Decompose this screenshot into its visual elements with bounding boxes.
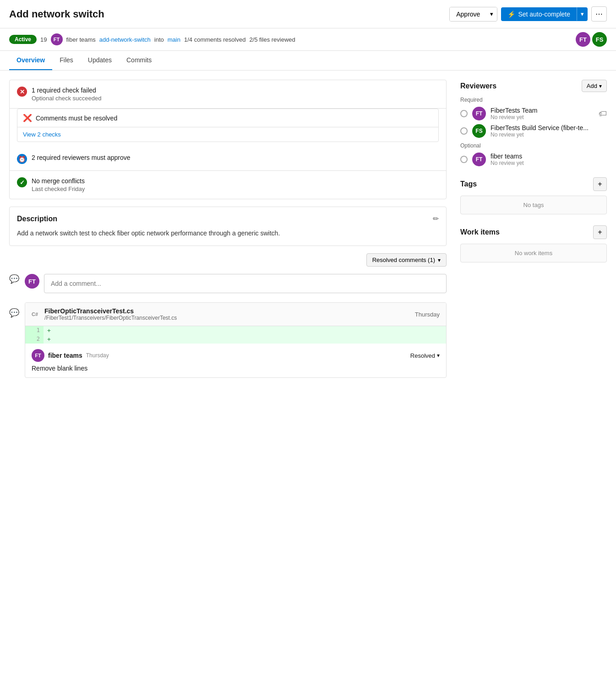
no-work-items-text: No work items <box>460 244 607 262</box>
no-tags-text: No tags <box>460 196 607 214</box>
line-num-2: 2 <box>25 335 44 344</box>
file-date-text: Thursday <box>415 311 440 318</box>
sub-checks-container: ❌ Comments must be resolved View 2 check… <box>17 109 439 142</box>
branch-into-label: into <box>154 36 164 43</box>
reviewer-info-1: FiberTests Team No review yet <box>491 107 594 120</box>
reviewer-avatar-2: FS <box>472 124 486 138</box>
lightning-icon: ⚡ <box>507 11 515 18</box>
commit-count: 19 <box>40 36 47 43</box>
filename-text: FiberOpticTransceiverTest.cs <box>44 307 177 315</box>
tab-files[interactable]: Files <box>52 51 81 70</box>
description-title: Description <box>17 215 57 223</box>
reviewer-name-1: FiberTests Team <box>491 107 594 114</box>
main-check-text: 1 required check failed Optional check s… <box>32 87 439 102</box>
comments-resolved-text: 1/4 comments resolved <box>184 36 245 43</box>
resolved-comments-button[interactable]: Resolved comments (1) ▾ <box>366 253 447 267</box>
tab-overview[interactable]: Overview <box>9 51 52 70</box>
comment-input-area: FT <box>25 274 447 293</box>
reviewer-check-row: ⏰ 2 required reviewers must approve <box>10 147 446 171</box>
approve-button[interactable]: Approve <box>450 7 486 21</box>
edit-description-icon[interactable]: ✏ <box>433 214 439 223</box>
tags-title: Tags <box>460 180 477 188</box>
file-comment-thread-icon: 💬 <box>9 308 19 318</box>
more-options-button[interactable]: ⋯ <box>591 6 607 22</box>
auto-complete-dropdown-button[interactable]: ▾ <box>577 7 588 21</box>
add-reviewer-button[interactable]: Add ▾ <box>582 80 607 92</box>
optional-label: Optional <box>460 142 607 149</box>
tags-section: Tags + No tags <box>460 177 607 214</box>
add-tag-button[interactable]: + <box>593 177 607 191</box>
right-column: Reviewers Add ▾ Required FT FiberTests T… <box>460 80 607 385</box>
reviewer-avatar-1: FT <box>472 107 486 120</box>
reviewer-avatar-3: FT <box>472 153 486 166</box>
work-items-title: Work items <box>460 228 500 236</box>
reviewer-radio-2 <box>460 127 468 135</box>
reviewer-badge-icon-1: 🏷 <box>599 109 607 119</box>
check-fail-icon: ✕ <box>17 87 27 97</box>
add-reviewer-chevron-icon: ▾ <box>599 83 602 89</box>
tab-commits[interactable]: Commits <box>119 51 159 70</box>
header-bar: Add network switch Approve ▾ ⚡ Set auto-… <box>0 0 616 28</box>
reviewer-avatar-fs: FS <box>592 32 607 47</box>
reviewer-radio-3 <box>460 156 468 163</box>
checks-card: ✕ 1 required check failed Optional check… <box>9 80 447 199</box>
page-title: Add network switch <box>9 8 104 20</box>
reviewer-radio-1 <box>460 110 468 117</box>
files-reviewed-text: 2/5 files reviewed <box>249 36 295 43</box>
comment-input[interactable] <box>44 274 447 293</box>
auto-complete-button-group: ⚡ Set auto-complete ▾ <box>501 7 588 21</box>
file-comment-header: C# FiberOpticTransceiverTest.cs /FiberTe… <box>25 303 446 326</box>
line-content-1: + <box>44 326 446 335</box>
subtitle-bar: Active 19 FT fiber teams add-network-swi… <box>0 28 616 51</box>
view-checks-link[interactable]: View 2 checks <box>17 127 438 142</box>
header-actions: Approve ▾ ⚡ Set auto-complete ▾ ⋯ <box>449 6 607 22</box>
required-label: Required <box>460 97 607 103</box>
sub-check-item: ❌ Comments must be resolved <box>17 109 438 127</box>
merge-check-title: No merge conflicts <box>32 177 439 185</box>
reviewer-row-fibertests-build: FS FiberTests Build Service (fiber-te...… <box>460 124 607 138</box>
line-num-1: 1 <box>25 326 44 335</box>
approve-button-group: Approve ▾ <box>449 7 497 22</box>
reviewer-info-2: FiberTests Build Service (fiber-te... No… <box>491 124 607 138</box>
tab-updates[interactable]: Updates <box>81 51 119 70</box>
check-success-icon: ✓ <box>17 177 27 187</box>
tags-header: Tags + <box>460 177 607 191</box>
filepath-text: /FiberTest1/Transceivers/FiberOpticTrans… <box>44 315 177 321</box>
sub-check-text: Comments must be resolved <box>36 115 117 122</box>
approve-dropdown-button[interactable]: ▾ <box>486 7 497 21</box>
resolved-badge[interactable]: Resolved ▾ <box>410 352 440 359</box>
file-info: C# FiberOpticTransceiverTest.cs /FiberTe… <box>32 307 177 321</box>
main-check-row: ✕ 1 required check failed Optional check… <box>10 80 446 109</box>
branch-from-link[interactable]: add-network-switch <box>99 36 151 43</box>
branch-into-link[interactable]: main <box>168 36 180 43</box>
reviewer-row-fiber-teams: FT fiber teams No review yet <box>460 153 607 166</box>
reviewers-section: Reviewers Add ▾ Required FT FiberTests T… <box>460 80 607 166</box>
comment-author-avatar: FT <box>32 349 44 362</box>
description-card: Description ✏ Add a network switch test … <box>9 207 447 246</box>
author-name: fiber teams <box>66 36 96 43</box>
merge-check-row: ✓ No merge conflicts Last checked Friday <box>10 171 446 199</box>
reviewer-avatars: FT FS <box>576 32 607 47</box>
reviewer-name-2: FiberTests Build Service (fiber-te... <box>491 124 607 131</box>
comment-body-text: Remove blank lines <box>32 365 440 372</box>
file-comment-card: C# FiberOpticTransceiverTest.cs /FiberTe… <box>25 302 447 378</box>
code-line-2: 2 + <box>25 335 446 344</box>
reviewer-avatar-ft: FT <box>576 32 590 47</box>
line-content-2: + <box>44 335 446 344</box>
work-items-header: Work items + <box>460 225 607 239</box>
resolved-comments-label: Resolved comments (1) <box>372 257 435 263</box>
commenter-avatar: FT <box>25 274 39 289</box>
resolved-comments-bar: Resolved comments (1) ▾ <box>9 253 447 267</box>
description-header: Description ✏ <box>17 214 439 223</box>
comment-section: 💬 FT <box>9 274 447 293</box>
resolved-label: Resolved <box>410 352 435 359</box>
add-work-item-button[interactable]: + <box>593 225 607 239</box>
reviewers-title: Reviewers <box>460 82 496 90</box>
description-text: Add a network switch test to check fiber… <box>17 229 439 238</box>
check-clock-icon: ⏰ <box>17 154 27 164</box>
merge-check-subtitle: Last checked Friday <box>32 186 439 192</box>
reviewer-status-3: No review yet <box>491 160 607 166</box>
code-line-1: 1 + <box>25 326 446 335</box>
check-subtitle: Optional check succeeded <box>32 95 439 102</box>
auto-complete-button[interactable]: ⚡ Set auto-complete <box>501 7 577 21</box>
